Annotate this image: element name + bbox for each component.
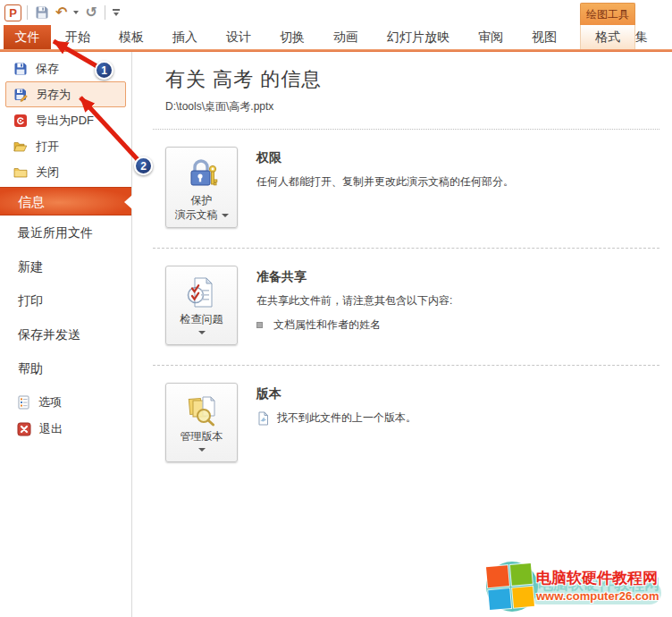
sidebar-footer: 选项 退出 bbox=[0, 389, 131, 443]
sharing-item: 文档属性和作者的姓名 bbox=[256, 317, 452, 333]
redo-icon: ↺ bbox=[85, 5, 97, 20]
sidebar-item-exit[interactable]: 退出 bbox=[0, 416, 131, 443]
tab-file[interactable]: 文件 bbox=[4, 25, 51, 49]
button-label: 检查问题 bbox=[181, 312, 223, 326]
chevron-down-icon bbox=[73, 11, 79, 14]
customize-toolbar-icon bbox=[113, 9, 120, 16]
save-icon bbox=[35, 5, 49, 20]
qat-redo-button[interactable]: ↺ bbox=[83, 3, 98, 22]
sidebar-item-export-pdf[interactable]: 导出为PDF bbox=[5, 107, 126, 133]
qat-save-button[interactable] bbox=[33, 3, 51, 22]
section-text: 版本 找不到此文件的上一个版本。 bbox=[256, 383, 416, 462]
sidebar-item-save-as[interactable]: 另存为 bbox=[5, 81, 126, 107]
sidebar-item-label: 退出 bbox=[39, 421, 63, 437]
file-path: D:\tools\桌面\高考.pptx bbox=[165, 99, 659, 114]
app-icon-letter: P bbox=[9, 6, 17, 20]
section-body: 任何人都能打开、复制并更改此演示文稿的任何部分。 bbox=[256, 174, 514, 190]
qat-undo-dropdown[interactable] bbox=[71, 3, 80, 22]
divider bbox=[105, 5, 105, 20]
info-pane: 有关 高考 的信息 D:\tools\桌面\高考.pptx bbox=[132, 52, 672, 617]
tab-template[interactable]: 模板 bbox=[105, 25, 158, 49]
section-versions: 管理版本 版本 找不到此文件的上一个版本。 bbox=[165, 366, 659, 482]
tab-design[interactable]: 设计 bbox=[212, 25, 265, 49]
exit-icon bbox=[17, 422, 31, 436]
windows-flag-icon bbox=[486, 563, 534, 610]
watermark-site-name: 电脑软硬件教程网 bbox=[536, 570, 659, 587]
button-label: 保护 bbox=[191, 193, 213, 207]
button-label: 演示文稿 bbox=[175, 207, 229, 222]
section-permissions: 保护 演示文稿 权限 任何人都能打开、复制并更改此演示文稿的任何部分。 bbox=[165, 130, 659, 248]
check-issues-button[interactable]: 检查问题 bbox=[165, 266, 238, 345]
save-as-icon bbox=[13, 88, 28, 102]
sidebar-item-save-and-send[interactable]: 保存并发送 bbox=[0, 317, 131, 351]
save-icon bbox=[13, 62, 28, 76]
dropdown-arrow-icon bbox=[198, 331, 206, 334]
selected-item-notch bbox=[124, 195, 132, 209]
powerpoint-app-icon[interactable]: P bbox=[4, 4, 21, 21]
tab-insert[interactable]: 插入 bbox=[158, 25, 212, 49]
version-note-label: 找不到此文件的上一个版本。 bbox=[277, 410, 416, 426]
pdf-export-icon bbox=[13, 114, 28, 128]
section-heading: 版本 bbox=[256, 386, 416, 402]
contextual-group-drawing-tools: 绘图工具 bbox=[580, 3, 635, 25]
section-text: 权限 任何人都能打开、复制并更改此演示文稿的任何部分。 bbox=[256, 147, 514, 228]
sidebar-item-options[interactable]: 选项 bbox=[0, 389, 131, 416]
sidebar-item-open[interactable]: 打开 bbox=[5, 133, 126, 159]
options-icon bbox=[17, 395, 30, 410]
tab-view[interactable]: 视图 bbox=[517, 25, 571, 49]
title-bar: P ↶ ↺ 文件 bbox=[0, 0, 672, 52]
tab-transitions[interactable]: 切换 bbox=[265, 25, 319, 49]
check-issues-icon bbox=[185, 273, 219, 312]
sidebar-item-label: 导出为PDF bbox=[36, 113, 94, 129]
sidebar-item-help[interactable]: 帮助 bbox=[0, 351, 131, 385]
sidebar-item-label: 关闭 bbox=[36, 165, 59, 181]
tab-slideshow[interactable]: 幻灯片放映 bbox=[373, 25, 464, 49]
section-heading: 准备共享 bbox=[256, 269, 452, 285]
protect-presentation-button[interactable]: 保护 演示文稿 bbox=[165, 147, 238, 228]
sidebar-item-new[interactable]: 新建 bbox=[0, 249, 131, 283]
tab-format[interactable]: 格式 bbox=[580, 25, 635, 49]
protect-presentation-icon bbox=[185, 154, 219, 193]
undo-icon: ↶ bbox=[55, 5, 67, 20]
version-document-icon bbox=[256, 411, 270, 426]
button-label: 管理版本 bbox=[181, 429, 223, 444]
sidebar-item-close[interactable]: 关闭 bbox=[5, 159, 126, 185]
section-text: 准备共享 在共享此文件前，请注意其包含以下内容: 文档属性和作者的姓名 bbox=[256, 266, 452, 345]
quick-access-toolbar: P ↶ ↺ bbox=[0, 0, 672, 25]
tab-animations[interactable]: 动画 bbox=[319, 25, 373, 49]
sidebar-item-label: 另存为 bbox=[36, 87, 71, 103]
backstage-sidebar: 保存 另存为 导出 bbox=[0, 52, 132, 617]
sidebar-item-recent[interactable]: 最近所用文件 bbox=[0, 216, 131, 249]
close-folder-icon bbox=[13, 165, 28, 180]
section-body: 在共享此文件前，请注意其包含以下内容: bbox=[256, 293, 452, 308]
qat-customize-button[interactable] bbox=[111, 3, 122, 22]
watermark-logo: 电脑软硬件教程网 电脑软硬件教程网 www.computer26.com bbox=[481, 558, 670, 615]
qat-undo-button[interactable]: ↶ bbox=[54, 3, 69, 22]
tab-review[interactable]: 审阅 bbox=[464, 25, 517, 49]
sidebar-item-info[interactable]: 信息 bbox=[0, 187, 131, 216]
powerpoint-window: P ↶ ↺ 文件 bbox=[0, 0, 672, 617]
ribbon-tab-bar: 文件 开始 模板 插入 设计 切换 动画 幻灯片放映 审阅 视图 PDF工具集 bbox=[4, 25, 662, 49]
callout-badge-1: 1 bbox=[95, 61, 113, 80]
backstage-view: 保存 另存为 导出 bbox=[0, 52, 672, 617]
page-title: 有关 高考 的信息 bbox=[165, 66, 659, 93]
bullet-square-icon bbox=[256, 322, 263, 328]
divider bbox=[27, 5, 28, 20]
section-heading: 权限 bbox=[256, 150, 514, 166]
dropdown-arrow-icon bbox=[198, 448, 206, 452]
callout-badge-2: 2 bbox=[134, 156, 153, 175]
tab-home[interactable]: 开始 bbox=[51, 25, 105, 49]
manage-versions-icon bbox=[185, 390, 219, 429]
version-note: 找不到此文件的上一个版本。 bbox=[256, 410, 416, 426]
watermark-site-url: www.computer26.com bbox=[536, 589, 659, 604]
section-prepare-sharing: 检查问题 准备共享 在共享此文件前，请注意其包含以下内容: 文档属性和作者的姓名 bbox=[165, 249, 659, 365]
sidebar-item-label: 打开 bbox=[36, 139, 59, 155]
sidebar-item-print[interactable]: 打印 bbox=[0, 283, 131, 317]
dropdown-arrow-icon bbox=[222, 214, 229, 217]
sidebar-item-label: 选项 bbox=[38, 394, 62, 410]
manage-versions-button[interactable]: 管理版本 bbox=[165, 383, 238, 462]
open-folder-icon bbox=[13, 139, 28, 154]
sidebar-item-label: 信息 bbox=[18, 194, 45, 209]
sidebar-item-label: 保存 bbox=[36, 61, 59, 77]
sharing-item-label: 文档属性和作者的姓名 bbox=[273, 317, 381, 333]
